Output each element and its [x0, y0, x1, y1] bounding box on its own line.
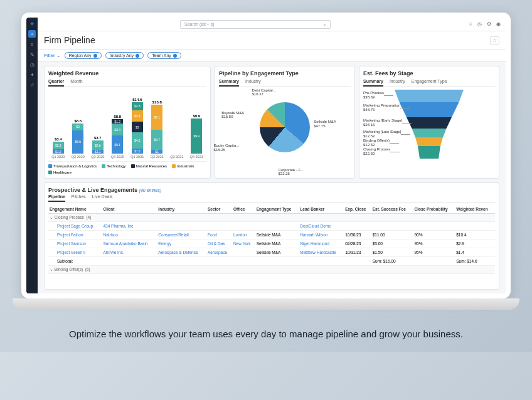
tab-summary[interactable]: Summary	[363, 79, 383, 87]
nav-edit-icon[interactable]: ✎	[29, 51, 35, 58]
tab-pitches[interactable]: Pitches	[72, 194, 86, 202]
topbar: Search (alt + s) ⌕ ♤ ◷ ⚙ ◉	[38, 18, 506, 31]
clock-icon[interactable]: ◷	[477, 21, 482, 27]
tab-quarter[interactable]: Quarter	[48, 79, 64, 87]
pipeline-type-card: Pipeline by Engagement Type Summary Indu…	[215, 66, 355, 179]
table-row[interactable]: Project Sage Group434 Pharma, Inc.DealCl…	[48, 222, 495, 231]
pie-chart: Sellside M&A$47.75Corporate - F...$32.25…	[219, 90, 351, 165]
search-input[interactable]: Search (alt + s) ⌕	[180, 20, 331, 29]
page-title: Firm Pipeline	[44, 35, 95, 45]
engagements-table: Engagement NameClientIndustrySectorOffic…	[48, 205, 495, 274]
tab-month[interactable]: Month	[70, 79, 82, 87]
nav-spark-icon[interactable]: ✦	[29, 71, 35, 78]
filter-button[interactable]: Filter ⌄	[44, 53, 61, 58]
nav-star-icon[interactable]: ☆	[29, 82, 35, 88]
bar-chart: $3.4$1.2$2.2Q1 2020$8.6$6.6$2Q2 2020$3.7…	[48, 90, 206, 159]
sidebar: ◈ + ≡ ✎ ◷ ✦ ☆	[26, 18, 38, 293]
engagements-table-card: Prospective & Live Engagements (90 entri…	[44, 182, 499, 290]
table-header[interactable]: Client	[102, 205, 157, 214]
fees-stage-card: Est. Fees by Stage Summary Industry Enga…	[359, 66, 499, 179]
filter-pill-region[interactable]: Region Any	[65, 52, 102, 59]
table-header[interactable]: Close Probability	[413, 205, 455, 214]
table-row[interactable]: Project SamsonSamson Anadarko BasinEnerg…	[48, 239, 495, 248]
tab-pipeline[interactable]: Pipeline	[48, 194, 65, 202]
table-row[interactable]: Project FalconNabiscoConsumer/RetailFood…	[48, 231, 495, 239]
tab-live-deals[interactable]: Live Deals	[92, 194, 113, 202]
funnel-chart: Pre-Process$38.69Marketing Preparation$4…	[363, 90, 495, 165]
filter-bar: Filter ⌄ Region Any Industry Any Team An…	[38, 50, 506, 62]
table-header[interactable]: Exp. Close	[344, 205, 371, 214]
weighted-revenue-card: Weighted Revenue Quarter Month $3.4$1.2$…	[44, 66, 211, 179]
tab-industry[interactable]: Industry	[390, 79, 405, 87]
table-header[interactable]: Industry	[157, 205, 206, 214]
nav-clock-icon[interactable]: ◷	[29, 61, 35, 68]
chevron-down-icon: ⌄	[56, 53, 61, 58]
nav-add-icon[interactable]: +	[28, 30, 36, 38]
favorite-button[interactable]: ☆	[490, 36, 499, 45]
card-title: Weighted Revenue	[48, 70, 206, 76]
filter-pill-team[interactable]: Team Any	[147, 52, 181, 59]
table-header[interactable]: Office	[232, 205, 255, 214]
nav-list-icon[interactable]: ≡	[29, 41, 35, 48]
table-header[interactable]: Est. Success Fee	[371, 205, 413, 214]
card-title: Prospective & Live Engagements (90 entri…	[48, 187, 495, 193]
tab-summary[interactable]: Summary	[219, 79, 239, 87]
caption: Optimize the workflows your team uses ev…	[13, 329, 519, 339]
table-header[interactable]: Weighted Reven	[455, 205, 495, 214]
page-header: Firm Pipeline ☆	[38, 31, 506, 50]
search-placeholder: Search (alt + s)	[184, 22, 215, 26]
filter-pill-industry[interactable]: Industry Any	[105, 52, 144, 59]
logo-icon[interactable]: ◈	[29, 20, 35, 26]
card-title: Est. Fees by Stage	[363, 70, 495, 76]
gear-icon[interactable]: ⚙	[487, 21, 491, 27]
user-icon[interactable]: ◉	[496, 21, 501, 27]
tab-engagement-type[interactable]: Engagement Type	[412, 79, 447, 87]
table-header[interactable]: Engagement Name	[48, 205, 102, 214]
search-icon: ⌕	[324, 22, 326, 26]
tab-industry[interactable]: Industry	[245, 79, 261, 87]
table-header[interactable]: Lead Banker	[299, 205, 344, 214]
table-header[interactable]: Engagement Type	[255, 205, 299, 214]
bar-legend: Transportation & LogisticsTechnologyNatu…	[48, 161, 206, 174]
card-title: Pipeline by Engagement Type	[219, 70, 351, 76]
table-header[interactable]: Sector	[206, 205, 232, 214]
bell-icon[interactable]: ♤	[468, 21, 472, 27]
table-row[interactable]: Project Green IIAbbVie Inc.Aerospace & D…	[48, 248, 495, 257]
